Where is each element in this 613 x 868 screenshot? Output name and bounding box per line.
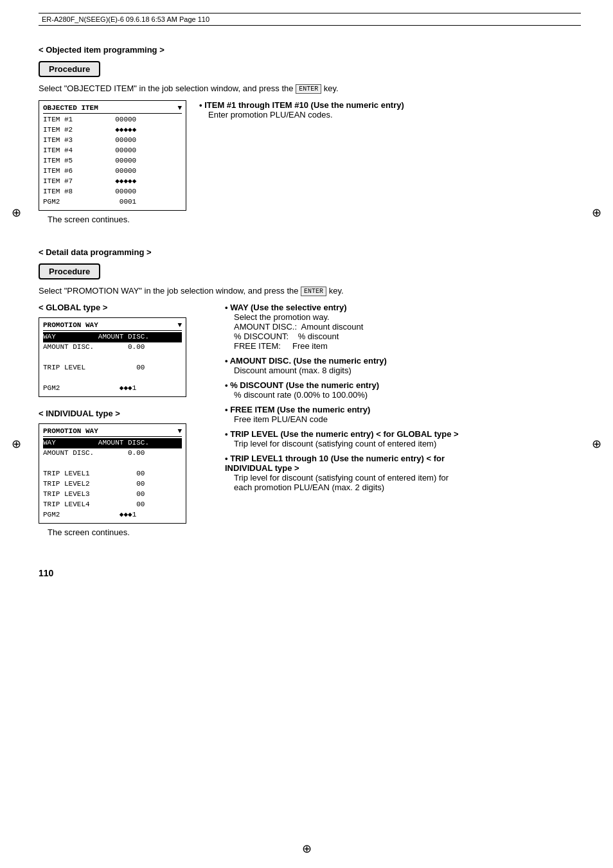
note-way-body: Select the promotion way. AMOUNT DISC.: … <box>225 312 581 351</box>
screen1-arrow: ▼ <box>177 103 182 113</box>
page-number: 110 <box>39 568 581 578</box>
screen1-row-8: ITEM #8 00000 <box>43 187 182 197</box>
screen1-row-7: ITEM #7 ◆◆◆◆◆ <box>43 177 182 187</box>
header-bar: ER-A280F_N(SEEG)(E)-6 09.6.18 6:53 AM Pa… <box>39 13 581 26</box>
procedure-btn-2[interactable]: Procedure <box>39 263 100 279</box>
individual-row-amount: AMOUNT DISC. 0.00 <box>43 448 182 459</box>
section2-screen-continues: The screen continues. <box>39 527 212 537</box>
note-free-item-body: Free item PLU/EAN code <box>225 414 581 424</box>
individual-row-trip4: TRIP LEVEL4 00 <box>43 500 182 510</box>
section2-content: < GLOBAL type > PROMOTION WAY ▼ WAY AMOU… <box>39 303 581 549</box>
note-trip-individual-title: • TRIP LEVEL1 through 10 (Use the numeri… <box>225 454 581 473</box>
global-row-blank1 <box>43 353 182 363</box>
individual-row-trip2: TRIP LEVEL2 00 <box>43 479 182 490</box>
global-type-heading: < GLOBAL type > <box>39 303 212 312</box>
reg-mark-bottom: ⊕ <box>302 842 312 856</box>
global-screen-title: PROMOTION WAY <box>43 321 98 330</box>
section1-screen-continues: The screen continues. <box>39 215 186 224</box>
screen1-row-2: ITEM #2 ◆◆◆◆◆ <box>43 125 182 136</box>
section2-heading: < Detail data programming > <box>39 247 581 257</box>
screen1-title: OBJECTED ITEM <box>43 103 98 113</box>
section1-content-row: OBJECTED ITEM ▼ ITEM #1 00000 ITEM #2 ◆◆… <box>39 100 581 236</box>
screen1-title-row: OBJECTED ITEM ▼ <box>43 103 182 114</box>
note-free-item: • FREE ITEM (Use the numeric entry) Free… <box>225 405 581 424</box>
note-trip-global-body: Trip level for discount (satisfying coun… <box>225 439 581 448</box>
individual-row-blank <box>43 459 182 469</box>
global-row-trip: TRIP LEVEL 00 <box>43 363 182 373</box>
reg-mark-left-top: ⊕ <box>12 206 21 220</box>
section1-screen-col: OBJECTED ITEM ▼ ITEM #1 00000 ITEM #2 ◆◆… <box>39 100 186 236</box>
section1-notes: • ITEM #1 through ITEM #10 (Use the nume… <box>199 100 581 125</box>
reg-mark-right-top: ⊕ <box>592 206 601 220</box>
section2-instruction: Select "PROMOTION WAY" in the job select… <box>39 286 581 296</box>
individual-screen: PROMOTION WAY ▼ WAY AMOUNT DISC. AMOUNT … <box>39 423 186 524</box>
section1-note-1: • ITEM #1 through ITEM #10 (Use the nume… <box>199 100 581 120</box>
section1-screen: OBJECTED ITEM ▼ ITEM #1 00000 ITEM #2 ◆◆… <box>39 100 186 211</box>
individual-row-way: WAY AMOUNT DISC. <box>43 438 182 448</box>
reg-mark-right-mid: ⊕ <box>592 437 601 451</box>
reg-mark-left-mid: ⊕ <box>12 437 21 451</box>
section1-heading: < Objected item programming > <box>39 45 581 55</box>
individual-screen-title-row: PROMOTION WAY ▼ <box>43 427 182 437</box>
screen1-row-pgm: PGM2 0001 <box>43 197 182 208</box>
section2: < Detail data programming > Procedure Se… <box>39 247 581 549</box>
global-row-way: WAY AMOUNT DISC. <box>43 332 182 342</box>
individual-screen-arrow: ▼ <box>177 427 182 436</box>
enter-key-1: ENTER <box>296 84 321 94</box>
note-amount: • AMOUNT DISC. (Use the numeric entry) D… <box>225 356 581 375</box>
note-amount-title: • AMOUNT DISC. (Use the numeric entry) <box>225 356 581 366</box>
screen1-row-1: ITEM #1 00000 <box>43 115 182 125</box>
note-discount-title: • % DISCOUNT (Use the numeric entry) <box>225 380 581 390</box>
note1-title: • ITEM #1 through ITEM #10 (Use the nume… <box>199 100 581 110</box>
header-text: ER-A280F_N(SEEG)(E)-6 09.6.18 6:53 AM Pa… <box>42 15 209 23</box>
global-row-blank2 <box>43 373 182 384</box>
individual-row-trip3: TRIP LEVEL3 00 <box>43 490 182 500</box>
individual-screen-title: PROMOTION WAY <box>43 427 98 436</box>
note-trip-individual-body: Trip level for discount (satisfying coun… <box>225 473 581 492</box>
section1: < Objected item programming > Procedure … <box>39 45 581 236</box>
note-amount-body: Discount amount (max. 8 digits) <box>225 366 581 375</box>
note1-body: Enter promotion PLU/EAN codes. <box>199 110 581 120</box>
section2-notes: • WAY (Use the selective entry) Select t… <box>225 303 581 497</box>
note-way: • WAY (Use the selective entry) Select t… <box>225 303 581 351</box>
global-screen: PROMOTION WAY ▼ WAY AMOUNT DISC. AMOUNT … <box>39 317 186 397</box>
individual-row-pgm: PGM2 ◆◆◆1 <box>43 510 182 520</box>
procedure-btn-1[interactable]: Procedure <box>39 61 100 77</box>
note-discount: • % DISCOUNT (Use the numeric entry) % d… <box>225 380 581 400</box>
screen1-row-3: ITEM #3 00000 <box>43 136 182 146</box>
note-free-item-title: • FREE ITEM (Use the numeric entry) <box>225 405 581 414</box>
note-trip-individual: • TRIP LEVEL1 through 10 (Use the numeri… <box>225 454 581 492</box>
individual-row-trip1: TRIP LEVEL1 00 <box>43 469 182 479</box>
global-screen-title-row: PROMOTION WAY ▼ <box>43 321 182 331</box>
note-way-title: • WAY (Use the selective entry) <box>225 303 581 312</box>
note-discount-body: % discount rate (0.00% to 100.00%) <box>225 390 581 400</box>
screen1-row-5: ITEM #5 00000 <box>43 156 182 166</box>
left-blocks: < GLOBAL type > PROMOTION WAY ▼ WAY AMOU… <box>39 303 212 549</box>
section1-instruction: Select "OBJECTED ITEM" in the job select… <box>39 84 581 94</box>
global-row-amount: AMOUNT DISC. 0.00 <box>43 342 182 353</box>
note-trip-global-title: • TRIP LEVEL (Use the numeric entry) < f… <box>225 429 581 439</box>
note-trip-global: • TRIP LEVEL (Use the numeric entry) < f… <box>225 429 581 448</box>
enter-key-2: ENTER <box>301 287 326 296</box>
screen1-row-6: ITEM #6 00000 <box>43 166 182 177</box>
individual-type-heading: < INDIVIDUAL type > <box>39 409 212 418</box>
global-row-pgm: PGM2 ◆◆◆1 <box>43 384 182 394</box>
global-screen-arrow: ▼ <box>177 321 182 330</box>
screen1-row-4: ITEM #4 00000 <box>43 146 182 156</box>
